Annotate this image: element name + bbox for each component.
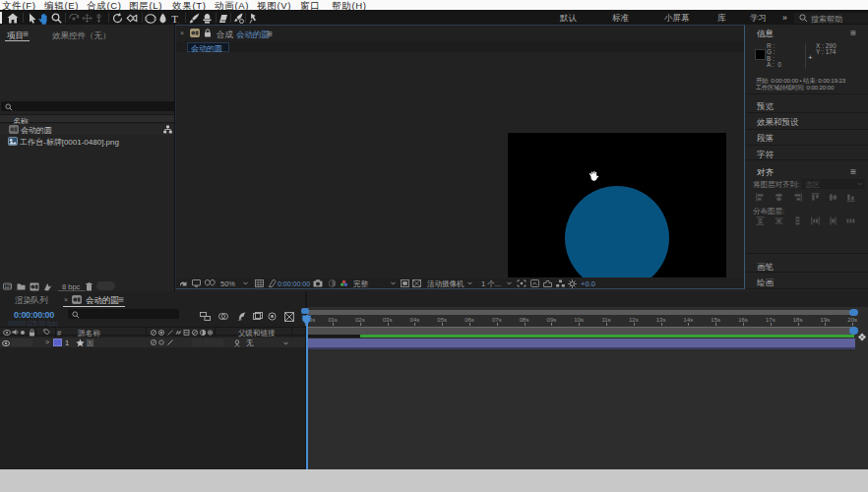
svg-text:127: 127: [4, 284, 12, 289]
svg-text:,: ,: [178, 20, 179, 25]
